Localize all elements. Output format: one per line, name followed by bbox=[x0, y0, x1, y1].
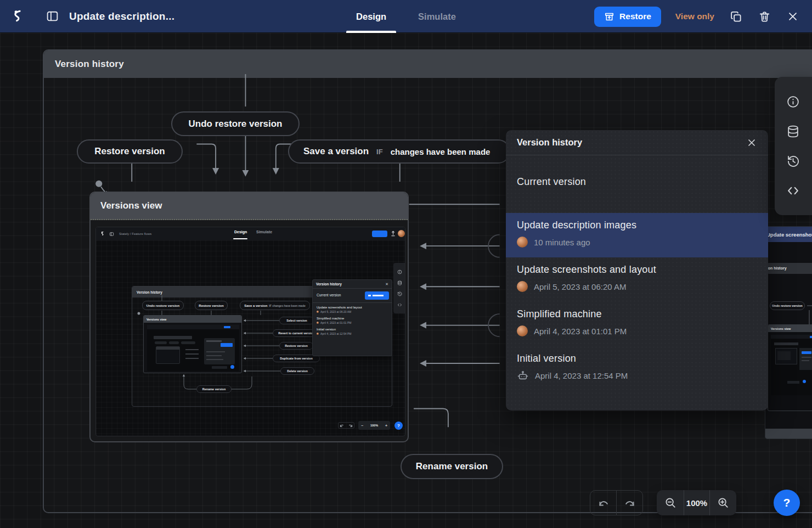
canvas[interactable]: Version history bbox=[0, 33, 812, 528]
history-icon[interactable] bbox=[786, 154, 800, 168]
robot-icon bbox=[517, 370, 529, 381]
stately-logo-icon[interactable] bbox=[10, 9, 25, 24]
avatar bbox=[517, 237, 528, 248]
tab-simulate[interactable]: Simulate bbox=[418, 0, 456, 33]
inner-sidebar-icon bbox=[109, 232, 114, 237]
inner-node-undo-restore: Undo restore version bbox=[142, 301, 184, 310]
right-toolbar bbox=[775, 77, 812, 215]
inner-right-toolbar bbox=[393, 263, 405, 313]
preview-machine-header: Version history bbox=[768, 263, 812, 274]
inner-tab-simulate: Simulate bbox=[256, 230, 272, 234]
zoom-controls: 100% bbox=[657, 490, 736, 515]
close-icon[interactable] bbox=[786, 9, 800, 24]
topbar-actions: Restore View only bbox=[594, 0, 812, 33]
inner-versions-view: Versions view bbox=[143, 315, 242, 373]
version-row-selected[interactable]: Update description images 10 minutes ago bbox=[506, 213, 768, 257]
node-rename-version[interactable]: Rename version bbox=[401, 454, 503, 479]
redo-button[interactable] bbox=[616, 491, 642, 515]
avatar bbox=[517, 325, 528, 336]
avatar bbox=[517, 281, 528, 292]
inner-help-button: ? bbox=[394, 422, 403, 430]
preview-footer bbox=[765, 429, 812, 439]
node-save-a-version[interactable]: Save a version IF changes have been made bbox=[288, 139, 510, 164]
version-preview-card[interactable]: Update screenshots and... Version histor… bbox=[765, 226, 812, 439]
inner-panel-close-icon: ✕ bbox=[385, 282, 388, 287]
code-icon[interactable] bbox=[786, 183, 800, 198]
inner-panel-item: Initial version April 4, 2023 at 12:54 P… bbox=[313, 324, 392, 335]
inner-label-delete: Delete version bbox=[280, 367, 314, 375]
topbar: Update description... Design Simulate Re… bbox=[0, 0, 812, 33]
inner-label-select-version: Select version bbox=[279, 317, 314, 324]
version-row-current[interactable]: Current version bbox=[506, 155, 768, 213]
inner-blue-button bbox=[372, 231, 387, 237]
state-versions-view[interactable]: Versions view Stately / Feature flows De… bbox=[89, 192, 409, 442]
guard-condition: changes have been made bbox=[391, 147, 490, 156]
inner-canvas: Version history bbox=[96, 240, 405, 436]
versions-view-screenshot: Stately / Feature flows Design Simulate … bbox=[95, 227, 405, 436]
panel-close-icon[interactable] bbox=[746, 137, 757, 148]
nested-screenshot bbox=[147, 325, 239, 371]
inner-panel-item: Update screenshots and layout April 5, 2… bbox=[313, 303, 392, 313]
guard-keyword: IF bbox=[376, 148, 383, 156]
info-icon[interactable] bbox=[786, 94, 800, 109]
restore-button[interactable]: Restore bbox=[594, 7, 661, 27]
node-restore-version[interactable]: Restore version bbox=[77, 139, 183, 164]
version-row[interactable]: Initial version April 4, 2023 at 12:54 P… bbox=[506, 346, 768, 391]
preview-versions-view: Versions view bbox=[768, 324, 812, 411]
inner-tab-design: Design bbox=[234, 230, 247, 234]
version-row[interactable]: Update screenshots and layout April 5, 2… bbox=[506, 257, 768, 302]
inner-avatar bbox=[398, 230, 405, 237]
inner-restore-button bbox=[365, 291, 389, 300]
inner-node-restore: Restore version bbox=[195, 301, 228, 310]
restore-icon bbox=[604, 12, 614, 22]
version-history-panel: Version history Current version Update d… bbox=[506, 130, 768, 411]
inner-node-rename: Rename version bbox=[196, 385, 232, 393]
undo-button[interactable] bbox=[590, 491, 616, 515]
versions-view-header[interactable]: Versions view bbox=[91, 193, 408, 220]
inner-undo-redo bbox=[338, 422, 354, 429]
zoom-in-button[interactable] bbox=[709, 490, 736, 515]
preview-node: Undo restore version bbox=[770, 301, 805, 310]
undo-redo-group bbox=[590, 490, 643, 515]
panel-title: Version history bbox=[517, 137, 582, 148]
active-tab-underline bbox=[346, 31, 396, 33]
zoom-level: 100% bbox=[684, 490, 709, 515]
data-icon[interactable] bbox=[786, 124, 800, 138]
machine-title: Update description... bbox=[69, 10, 174, 23]
inner-breadcrumb: Stately / Feature flows bbox=[119, 232, 151, 235]
inner-topbar: Stately / Feature flows Design Simulate bbox=[96, 227, 405, 240]
inner-zoom-controls: − 100% + bbox=[358, 421, 390, 430]
inner-stately-logo-icon bbox=[100, 231, 105, 237]
view-only-badge: View only bbox=[675, 12, 714, 21]
tab-design[interactable]: Design bbox=[356, 0, 386, 33]
duplicate-icon[interactable] bbox=[729, 9, 743, 24]
version-row[interactable]: Simplified machine April 4, 2023 at 01:0… bbox=[506, 302, 768, 346]
zoom-out-button[interactable] bbox=[657, 490, 684, 515]
help-button[interactable]: ? bbox=[774, 490, 800, 516]
inner-export-icon bbox=[391, 231, 396, 237]
sidebar-toggle-icon[interactable] bbox=[45, 9, 59, 24]
inner-node-save: Save a version IF changes have been made bbox=[240, 301, 310, 310]
machine-container-header[interactable]: Version history bbox=[44, 50, 812, 78]
trash-icon[interactable] bbox=[757, 9, 771, 24]
inner-panel-item: Simplified machine April 4, 2023 at 01:0… bbox=[313, 313, 392, 324]
node-undo-restore-version[interactable]: Undo restore version bbox=[171, 111, 300, 136]
inner-label-restore-version: Restore version bbox=[279, 342, 313, 350]
version-history-panel-header: Version history bbox=[506, 130, 768, 155]
inner-version-panel: Version history ✕ Current version Update… bbox=[312, 279, 392, 356]
preview-title: Update screenshots and... bbox=[765, 227, 812, 242]
